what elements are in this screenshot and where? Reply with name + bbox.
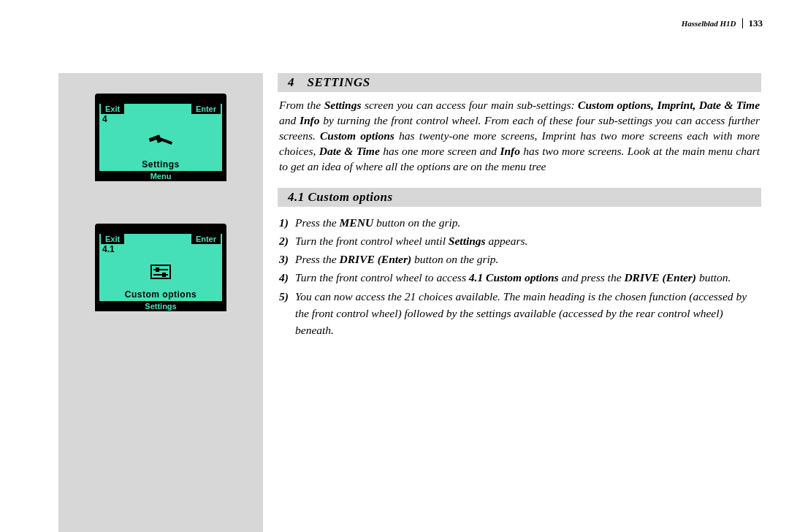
lcd-exit-button: Exit: [101, 234, 124, 244]
list-item: 2) Turn the front control wheel until Se…: [279, 232, 760, 249]
right-column: 4 SETTINGS From the Settings screen you …: [278, 73, 761, 340]
lcd-footer-label: Menu: [95, 171, 226, 181]
sliders-icon: [99, 254, 222, 289]
list-item: 4) Turn the front control wheel to acces…: [279, 269, 760, 286]
lcd-menu-number: 4: [99, 114, 222, 124]
page-header: Hasselblad H1D 133: [682, 18, 763, 29]
svg-rect-7: [162, 273, 166, 277]
lcd-screen-label: Settings: [99, 159, 222, 171]
list-number: 2): [279, 232, 295, 249]
list-number: 3): [279, 251, 295, 267]
settings-paragraph: From the Settings screen you can access …: [279, 98, 760, 175]
svg-rect-3: [151, 265, 170, 278]
hammer-icon: [99, 124, 222, 159]
lcd-enter-button: Enter: [191, 234, 221, 244]
list-item: 3) Press the DRIVE (Enter) button on the…: [279, 251, 760, 267]
list-number: 1): [279, 214, 295, 231]
list-number: 5): [279, 288, 295, 339]
lcd-screen-custom-options: Exit Enter 4.1 Custom options Settings: [95, 224, 226, 311]
svg-rect-5: [156, 267, 159, 272]
list-item: 5) You can now access the 21 choices ava…: [279, 288, 760, 339]
instruction-list: 1) Press the MENU button on the grip. 2)…: [279, 214, 760, 339]
section-heading-custom-options: 4.1 Custom options: [278, 188, 761, 207]
lcd-enter-button: Enter: [191, 104, 221, 114]
list-number: 4): [279, 269, 295, 286]
header-divider: [742, 18, 743, 28]
lcd-exit-button: Exit: [101, 104, 124, 114]
lcd-footer-label: Settings: [95, 301, 226, 311]
left-column: Exit Enter 4 Settings Menu: [58, 73, 263, 532]
list-item: 1) Press the MENU button on the grip.: [279, 214, 760, 231]
lcd-screen-settings: Exit Enter 4 Settings Menu: [95, 94, 226, 181]
product-name: Hasselblad H1D: [682, 19, 736, 28]
lcd-menu-number: 4.1: [99, 244, 222, 254]
page-number: 133: [749, 18, 763, 29]
section-heading-settings: 4 SETTINGS: [278, 73, 761, 92]
lcd-screen-label: Custom options: [99, 289, 222, 301]
